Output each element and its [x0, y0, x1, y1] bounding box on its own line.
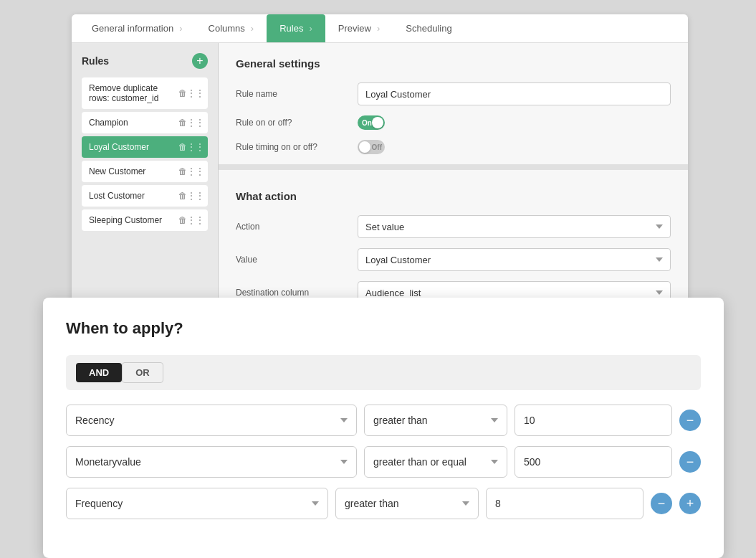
condition-value-monetary[interactable] — [515, 446, 672, 478]
and-button[interactable]: AND — [76, 363, 122, 382]
value-row: Value Loyal Customer Champion New Custom… — [236, 248, 671, 271]
tab-scheduling-label: Scheduling — [406, 23, 451, 34]
main-content: Rules + Remove duplicate rows: customer_… — [72, 43, 688, 328]
drag-icon[interactable]: ⋮⋮ — [191, 191, 201, 201]
rule-icons: 🗑 ⋮⋮ — [178, 166, 201, 176]
rule-icons: 🗑 ⋮⋮ — [178, 215, 201, 225]
toggle-off-label: Off — [372, 143, 382, 151]
tab-general[interactable]: General information — [79, 14, 196, 42]
rule-item-remove-dup[interactable]: Remove duplicate rows: customer_id 🗑 ⋮⋮ — [82, 77, 208, 109]
condition-field-monetary[interactable]: Recency Monetaryvalue Frequency Amount — [66, 446, 357, 478]
condition-field-recency[interactable]: Recency Monetaryvalue Frequency Amount — [66, 405, 357, 436]
trash-icon[interactable]: 🗑 — [178, 88, 188, 98]
right-panel: General settings Rule name Rule on or of… — [219, 43, 688, 328]
add-condition-button[interactable]: + — [679, 493, 701, 514]
action-row: Action Set value Delete row Flag — [236, 215, 671, 238]
drag-icon[interactable]: ⋮⋮ — [191, 166, 201, 176]
tab-preview-label: Preview — [338, 23, 371, 34]
rule-item-sleeping-customer[interactable]: Sleeping Customer 🗑 ⋮⋮ — [82, 209, 208, 231]
condition-value-frequency[interactable] — [486, 488, 643, 519]
action-label: Action — [236, 222, 350, 232]
destination-label: Destination column — [236, 288, 350, 298]
rule-timing-toggle[interactable]: Off — [358, 140, 385, 154]
action-select[interactable]: Set value Delete row Flag — [358, 215, 671, 238]
trash-icon[interactable]: 🗑 — [178, 215, 188, 225]
rule-on-off-toggle[interactable]: On — [358, 115, 385, 130]
rule-timing-label: Rule timing on or off? — [236, 142, 350, 152]
tab-preview[interactable]: Preview — [325, 14, 393, 42]
condition-operator-recency[interactable]: greater than greater than or equal less … — [364, 405, 507, 436]
toggle-knob — [372, 117, 383, 128]
remove-condition-monetary-button[interactable]: − — [679, 451, 701, 473]
condition-value-recency[interactable] — [515, 405, 672, 436]
rule-icons: 🗑 ⋮⋮ — [178, 142, 201, 152]
sidebar-header: Rules + — [82, 53, 208, 69]
rule-name-input[interactable] — [358, 82, 671, 105]
rule-on-off-toggle-container: On — [358, 115, 385, 130]
rule-item-label: Loyal Customer — [89, 142, 178, 152]
remove-condition-frequency-button[interactable]: − — [651, 493, 672, 514]
sidebar-title: Rules — [82, 55, 109, 67]
condition-operator-monetary[interactable]: greater than greater than or equal less … — [364, 446, 507, 478]
rule-item-lost-customer[interactable]: Lost Customer 🗑 ⋮⋮ — [82, 185, 208, 207]
rule-item-new-customer[interactable]: New Customer 🗑 ⋮⋮ — [82, 161, 208, 182]
sidebar: Rules + Remove duplicate rows: customer_… — [72, 43, 219, 328]
rule-on-off-row: Rule on or off? On — [236, 115, 671, 130]
rule-icons: 🗑 ⋮⋮ — [178, 88, 201, 98]
tab-rules[interactable]: Rules — [267, 14, 325, 42]
rule-item-label: New Customer — [89, 166, 178, 176]
tab-columns[interactable]: Columns — [196, 14, 267, 42]
condition-row-frequency: Recency Monetaryvalue Frequency Amount g… — [66, 488, 701, 519]
rule-name-row: Rule name — [236, 82, 671, 105]
condition-operator-frequency[interactable]: greater than greater than or equal less … — [335, 488, 479, 519]
add-rule-button[interactable]: + — [192, 53, 208, 69]
general-settings-title: General settings — [236, 57, 671, 70]
value-label: Value — [236, 255, 350, 265]
rule-timing-toggle-container: Off — [358, 140, 385, 154]
rule-name-label: Rule name — [236, 89, 350, 99]
trash-icon[interactable]: 🗑 — [178, 166, 188, 176]
rule-timing-row: Rule timing on or off? Off — [236, 140, 671, 154]
what-action-section: What action Action Set value Delete row … — [236, 177, 671, 304]
rule-on-off-label: Rule on or off? — [236, 118, 350, 128]
tab-columns-label: Columns — [209, 23, 245, 34]
rule-item-label: Champion — [89, 118, 178, 128]
main-card: General information Columns Rules Previe… — [72, 14, 688, 328]
rule-item-label: Remove duplicate rows: customer_id — [89, 83, 178, 103]
trash-icon[interactable]: 🗑 — [178, 191, 188, 201]
tab-rules-label: Rules — [279, 23, 303, 34]
when-to-apply-modal: When to apply? AND OR Recency Monetaryva… — [43, 298, 724, 558]
what-action-title: What action — [236, 190, 671, 202]
toggle-knob — [359, 141, 370, 153]
or-button[interactable]: OR — [122, 362, 163, 383]
trash-icon[interactable]: 🗑 — [178, 118, 188, 128]
section-divider — [219, 164, 688, 170]
condition-row-recency: Recency Monetaryvalue Frequency Amount g… — [66, 405, 701, 436]
rule-icons: 🗑 ⋮⋮ — [178, 118, 201, 128]
condition-row-monetary: Recency Monetaryvalue Frequency Amount g… — [66, 446, 701, 478]
tab-scheduling[interactable]: Scheduling — [393, 14, 470, 42]
drag-icon[interactable]: ⋮⋮ — [191, 88, 201, 98]
trash-icon[interactable]: 🗑 — [178, 142, 188, 152]
modal-title: When to apply? — [66, 319, 701, 338]
condition-field-frequency[interactable]: Recency Monetaryvalue Frequency Amount — [66, 488, 328, 519]
value-select[interactable]: Loyal Customer Champion New Customer — [358, 248, 671, 271]
tab-bar: General information Columns Rules Previe… — [72, 14, 688, 43]
drag-icon[interactable]: ⋮⋮ — [191, 215, 201, 225]
rule-item-label: Lost Customer — [89, 191, 178, 201]
toggle-on-label: On — [362, 119, 372, 127]
remove-condition-recency-button[interactable]: − — [679, 410, 701, 431]
rule-item-label: Sleeping Customer — [89, 215, 178, 225]
rule-item-loyal-customer[interactable]: Loyal Customer 🗑 ⋮⋮ — [82, 136, 208, 158]
rule-icons: 🗑 ⋮⋮ — [178, 191, 201, 201]
drag-icon[interactable]: ⋮⋮ — [191, 118, 201, 128]
rule-item-champion[interactable]: Champion 🗑 ⋮⋮ — [82, 112, 208, 133]
tab-general-label: General information — [92, 23, 173, 34]
and-or-bar: AND OR — [66, 355, 701, 390]
drag-icon[interactable]: ⋮⋮ — [191, 142, 201, 152]
